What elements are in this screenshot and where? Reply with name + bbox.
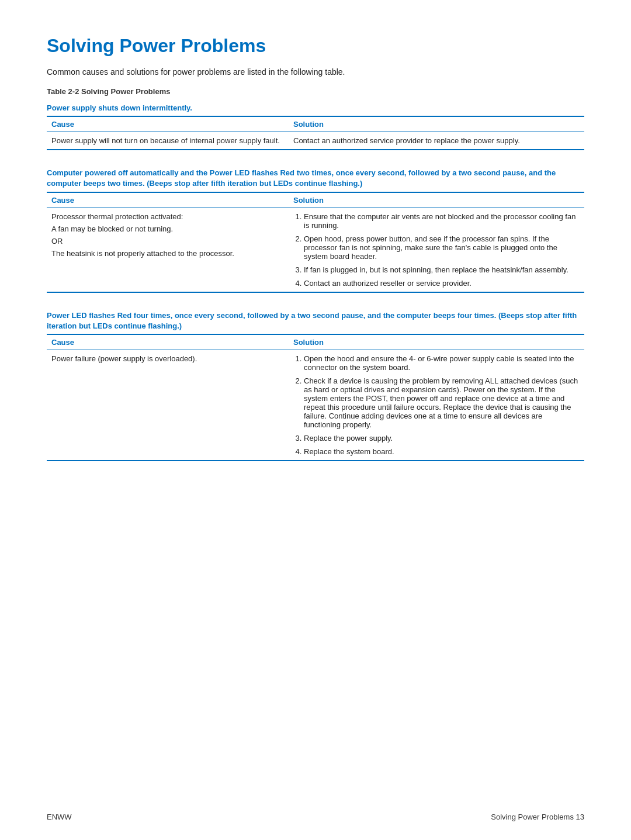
solution-item: Check if a device is causing the problem…: [304, 376, 580, 429]
col-cause-header-3: Cause: [47, 334, 289, 350]
table-section-1: Power supply shuts down intermittently. …: [47, 103, 584, 150]
table-section1: Cause Solution Power supply will not tur…: [47, 116, 584, 150]
table-section-2: Computer powered off automatically and t…: [47, 168, 584, 292]
solution-item: If fan is plugged in, but is not spinnin…: [304, 265, 580, 274]
table-row: Power failure (power supply is overloade…: [47, 350, 584, 461]
col-solution-header-1: Solution: [289, 116, 584, 132]
cause-cell-2-1: Processor thermal protection activated: …: [47, 208, 289, 292]
solution-cell-2-1: Ensure that the computer air vents are n…: [289, 208, 584, 292]
cause-line-3: OR: [51, 237, 284, 246]
col-cause-header-2: Cause: [47, 192, 289, 208]
solution-item: Replace the system board.: [304, 447, 580, 456]
table-label: Table 2-2 Solving Power Problems: [47, 87, 584, 96]
col-solution-header-3: Solution: [289, 334, 584, 350]
solution-cell-3-1: Open the hood and ensure the 4- or 6-wir…: [289, 350, 584, 461]
cause-line-2: A fan may be blocked or not turning.: [51, 224, 284, 233]
cause-line-4: The heatsink is not properly attached to…: [51, 249, 284, 258]
solution-item: Replace the power supply.: [304, 434, 580, 443]
solution-item: Open hood, press power button, and see i…: [304, 234, 580, 261]
intro-text: Common causes and solutions for power pr…: [47, 67, 584, 77]
footer-right: Solving Power Problems 13: [491, 813, 584, 821]
table-section-3: Power LED flashes Red four times, once e…: [47, 310, 584, 461]
section2-header: Computer powered off automatically and t…: [47, 168, 584, 189]
table-section3: Cause Solution Power failure (power supp…: [47, 334, 584, 461]
table-section2: Cause Solution Processor thermal protect…: [47, 192, 584, 293]
section1-header: Power supply shuts down intermittently.: [47, 103, 584, 113]
page-title: Solving Power Problems: [47, 35, 584, 57]
solution-item: Ensure that the computer air vents are n…: [304, 212, 580, 230]
table-row: Power supply will not turn on because of…: [47, 132, 584, 150]
solution-cell-1-1: Contact an authorized service provider t…: [289, 132, 584, 150]
cause-cell-1-1: Power supply will not turn on because of…: [47, 132, 289, 150]
solution-item: Contact an authorized reseller or servic…: [304, 279, 580, 288]
footer-left: ENWW: [47, 813, 72, 821]
cause-line-1: Processor thermal protection activated:: [51, 212, 284, 221]
solution-item: Open the hood and ensure the 4- or 6-wir…: [304, 354, 580, 372]
cause-cell-3-1: Power failure (power supply is overloade…: [47, 350, 289, 461]
section3-header: Power LED flashes Red four times, once e…: [47, 310, 584, 331]
footer: ENWW Solving Power Problems 13: [47, 813, 584, 821]
col-solution-header-2: Solution: [289, 192, 584, 208]
col-cause-header-1: Cause: [47, 116, 289, 132]
table-row: Processor thermal protection activated: …: [47, 208, 584, 292]
